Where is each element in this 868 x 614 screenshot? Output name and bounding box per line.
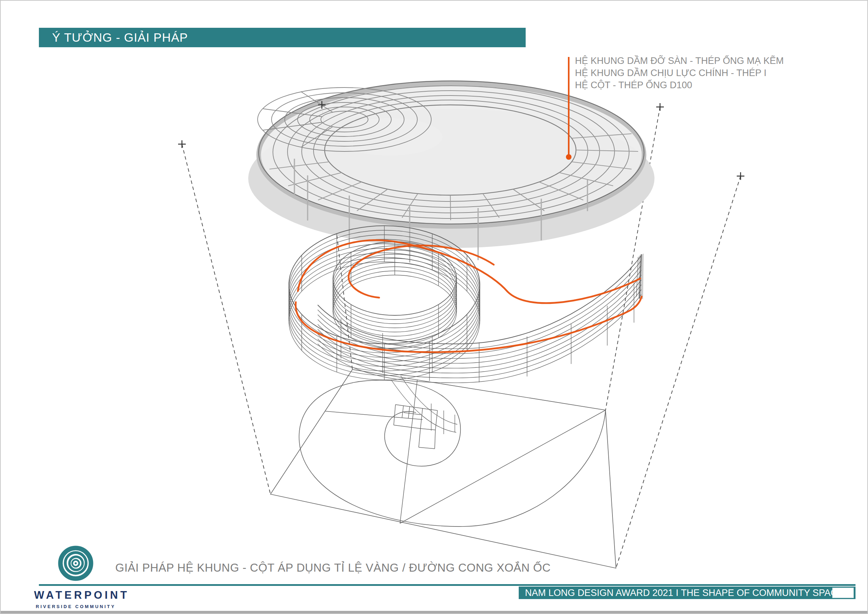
annotation-line: HỆ KHUNG DẦM ĐỠ SÀN - THÉP ỐNG MẠ KẼM [575, 55, 784, 67]
waterpoint-ripple-icon [56, 544, 95, 583]
page-title: Ý TƯỞNG - GIẢI PHÁP [39, 28, 525, 47]
brand-name: WATERPOINT [34, 589, 117, 602]
page-title-text: Ý TƯỞNG - GIẢI PHÁP [52, 31, 188, 44]
wall-outer-sweep [318, 256, 641, 383]
annotation-line: HỆ CỘT - THÉP ỐNG D100 [575, 79, 784, 91]
golden-ratio-plan-layer [270, 369, 616, 568]
annotation-line: HỆ KHUNG DẦM CHỊU LỰC CHÍNH - THÉP I [575, 67, 784, 79]
slide-page: Ý TƯỞNG - GIẢI PHÁP HỆ KHUNG DẦM ĐỠ SÀN … [0, 0, 868, 614]
plan-construction-lines [326, 380, 606, 523]
brand-tagline: RIVERSIDE COMMUNITY [34, 604, 117, 609]
plus-marker-icon [656, 103, 664, 111]
plan-golden-spiral [299, 380, 606, 527]
exploded-axonometric-diagram [1, 1, 868, 614]
plus-marker-icon [737, 172, 744, 180]
footer-rule [39, 584, 856, 586]
structure-annotation: HỆ KHUNG DẦM ĐỠ SÀN - THÉP ỐNG MẠ KẼM HỆ… [575, 55, 784, 91]
footer-award-bar: NAM LONG DESIGN AWARD 2021 I THE SHAPE O… [519, 586, 856, 599]
plan-outline [270, 369, 616, 568]
page-bottom-edge [1, 611, 867, 613]
spiral-wall-layer [289, 226, 644, 434]
footer-page-box [832, 588, 854, 598]
footer-award-text: NAM LONG DESIGN AWARD 2021 I THE SHAPE O… [525, 588, 844, 598]
plus-marker-icon [178, 140, 186, 148]
diagram-caption: GIẢI PHÁP HỆ KHUNG - CỘT ÁP DỤNG TỈ LỆ V… [115, 561, 551, 574]
